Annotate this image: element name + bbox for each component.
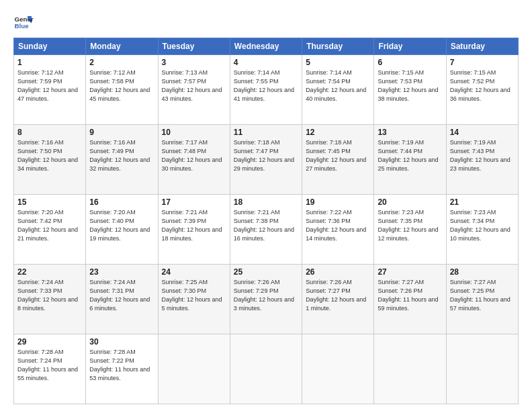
col-wednesday: Wednesday <box>230 38 302 55</box>
col-sunday: Sunday <box>14 38 86 55</box>
day-info: Sunrise: 7:22 AM Sunset: 7:36 PM Dayligh… <box>306 208 370 243</box>
day-number: 13 <box>378 128 442 137</box>
svg-text:Blue: Blue <box>15 22 30 30</box>
table-row <box>446 334 518 404</box>
day-info: Sunrise: 7:26 AM Sunset: 7:29 PM Dayligh… <box>234 278 298 313</box>
day-number: 27 <box>378 267 442 277</box>
table-row: 30Sunrise: 7:28 AM Sunset: 7:22 PM Dayli… <box>86 334 158 404</box>
day-info: Sunrise: 7:18 AM Sunset: 7:47 PM Dayligh… <box>234 138 298 173</box>
day-number: 28 <box>450 267 515 277</box>
calendar-row: 15Sunrise: 7:20 AM Sunset: 7:42 PM Dayli… <box>14 195 519 265</box>
day-number: 11 <box>234 128 298 137</box>
table-row: 10Sunrise: 7:17 AM Sunset: 7:48 PM Dayli… <box>158 125 230 195</box>
table-row: 8Sunrise: 7:16 AM Sunset: 7:50 PM Daylig… <box>14 125 86 195</box>
calendar-table: Sunday Monday Tuesday Wednesday Thursday… <box>13 38 519 404</box>
day-number: 3 <box>162 58 226 67</box>
day-number: 30 <box>89 337 154 347</box>
day-number: 17 <box>162 197 226 207</box>
logo-icon: General Blue <box>13 12 34 32</box>
table-row: 26Sunrise: 7:26 AM Sunset: 7:27 PM Dayli… <box>302 265 374 334</box>
day-info: Sunrise: 7:24 AM Sunset: 7:31 PM Dayligh… <box>89 278 154 313</box>
table-row: 4Sunrise: 7:14 AM Sunset: 7:55 PM Daylig… <box>230 55 302 125</box>
day-info: Sunrise: 7:18 AM Sunset: 7:45 PM Dayligh… <box>306 138 370 173</box>
day-number: 12 <box>306 128 370 137</box>
day-number: 25 <box>234 267 298 277</box>
table-row: 18Sunrise: 7:21 AM Sunset: 7:38 PM Dayli… <box>230 195 302 265</box>
day-info: Sunrise: 7:27 AM Sunset: 7:25 PM Dayligh… <box>450 278 515 313</box>
day-info: Sunrise: 7:15 AM Sunset: 7:52 PM Dayligh… <box>450 68 515 103</box>
day-number: 23 <box>89 267 154 277</box>
table-row: 5Sunrise: 7:14 AM Sunset: 7:54 PM Daylig… <box>302 55 374 125</box>
calendar-row: 22Sunrise: 7:24 AM Sunset: 7:33 PM Dayli… <box>14 265 519 334</box>
day-info: Sunrise: 7:26 AM Sunset: 7:27 PM Dayligh… <box>306 278 370 313</box>
header: General Blue <box>13 12 519 32</box>
table-row: 13Sunrise: 7:19 AM Sunset: 7:44 PM Dayli… <box>374 125 446 195</box>
day-info: Sunrise: 7:16 AM Sunset: 7:50 PM Dayligh… <box>17 138 82 173</box>
table-row: 17Sunrise: 7:21 AM Sunset: 7:39 PM Dayli… <box>158 195 230 265</box>
day-info: Sunrise: 7:20 AM Sunset: 7:40 PM Dayligh… <box>89 208 154 243</box>
day-number: 16 <box>89 197 154 207</box>
calendar-row: 8Sunrise: 7:16 AM Sunset: 7:50 PM Daylig… <box>14 125 519 195</box>
table-row: 1Sunrise: 7:12 AM Sunset: 7:59 PM Daylig… <box>14 55 86 125</box>
day-number: 2 <box>89 58 154 67</box>
calendar-header-row: Sunday Monday Tuesday Wednesday Thursday… <box>14 38 519 55</box>
day-info: Sunrise: 7:28 AM Sunset: 7:22 PM Dayligh… <box>89 348 154 383</box>
day-number: 22 <box>17 267 82 277</box>
table-row: 12Sunrise: 7:18 AM Sunset: 7:45 PM Dayli… <box>302 125 374 195</box>
day-info: Sunrise: 7:23 AM Sunset: 7:35 PM Dayligh… <box>378 208 442 243</box>
day-number: 15 <box>17 197 82 207</box>
day-info: Sunrise: 7:15 AM Sunset: 7:53 PM Dayligh… <box>378 68 442 103</box>
day-number: 19 <box>306 197 370 207</box>
day-number: 24 <box>162 267 226 277</box>
table-row: 25Sunrise: 7:26 AM Sunset: 7:29 PM Dayli… <box>230 265 302 334</box>
day-number: 10 <box>162 128 226 137</box>
day-number: 21 <box>450 197 515 207</box>
day-info: Sunrise: 7:25 AM Sunset: 7:30 PM Dayligh… <box>162 278 226 313</box>
day-number: 6 <box>378 58 442 67</box>
day-info: Sunrise: 7:24 AM Sunset: 7:33 PM Dayligh… <box>17 278 82 313</box>
table-row <box>230 334 302 404</box>
table-row: 22Sunrise: 7:24 AM Sunset: 7:33 PM Dayli… <box>14 265 86 334</box>
table-row <box>374 334 446 404</box>
table-row <box>158 334 230 404</box>
table-row: 23Sunrise: 7:24 AM Sunset: 7:31 PM Dayli… <box>86 265 158 334</box>
col-tuesday: Tuesday <box>158 38 230 55</box>
day-info: Sunrise: 7:20 AM Sunset: 7:42 PM Dayligh… <box>17 208 82 243</box>
table-row: 29Sunrise: 7:28 AM Sunset: 7:24 PM Dayli… <box>14 334 86 404</box>
day-number: 7 <box>450 58 515 67</box>
table-row: 20Sunrise: 7:23 AM Sunset: 7:35 PM Dayli… <box>374 195 446 265</box>
table-row: 15Sunrise: 7:20 AM Sunset: 7:42 PM Dayli… <box>14 195 86 265</box>
day-info: Sunrise: 7:19 AM Sunset: 7:43 PM Dayligh… <box>450 138 515 173</box>
day-info: Sunrise: 7:12 AM Sunset: 7:58 PM Dayligh… <box>89 68 154 103</box>
day-number: 9 <box>89 128 154 137</box>
table-row: 27Sunrise: 7:27 AM Sunset: 7:26 PM Dayli… <box>374 265 446 334</box>
table-row: 7Sunrise: 7:15 AM Sunset: 7:52 PM Daylig… <box>446 55 518 125</box>
day-info: Sunrise: 7:16 AM Sunset: 7:49 PM Dayligh… <box>89 138 154 173</box>
day-info: Sunrise: 7:14 AM Sunset: 7:55 PM Dayligh… <box>234 68 298 103</box>
table-row <box>302 334 374 404</box>
day-number: 8 <box>17 128 82 137</box>
day-number: 14 <box>450 128 515 137</box>
table-row: 3Sunrise: 7:13 AM Sunset: 7:57 PM Daylig… <box>158 55 230 125</box>
day-number: 26 <box>306 267 370 277</box>
day-info: Sunrise: 7:13 AM Sunset: 7:57 PM Dayligh… <box>162 68 226 103</box>
table-row: 9Sunrise: 7:16 AM Sunset: 7:49 PM Daylig… <box>86 125 158 195</box>
day-info: Sunrise: 7:21 AM Sunset: 7:38 PM Dayligh… <box>234 208 298 243</box>
col-thursday: Thursday <box>302 38 374 55</box>
col-monday: Monday <box>86 38 158 55</box>
col-saturday: Saturday <box>446 38 518 55</box>
table-row: 14Sunrise: 7:19 AM Sunset: 7:43 PM Dayli… <box>446 125 518 195</box>
calendar-row: 29Sunrise: 7:28 AM Sunset: 7:24 PM Dayli… <box>14 334 519 404</box>
day-number: 20 <box>378 197 442 207</box>
calendar-page: General Blue Sunday Monday Tuesday Wedne… <box>0 0 532 411</box>
day-info: Sunrise: 7:23 AM Sunset: 7:34 PM Dayligh… <box>450 208 515 243</box>
calendar-row: 1Sunrise: 7:12 AM Sunset: 7:59 PM Daylig… <box>14 55 519 125</box>
table-row: 2Sunrise: 7:12 AM Sunset: 7:58 PM Daylig… <box>86 55 158 125</box>
table-row: 6Sunrise: 7:15 AM Sunset: 7:53 PM Daylig… <box>374 55 446 125</box>
table-row: 24Sunrise: 7:25 AM Sunset: 7:30 PM Dayli… <box>158 265 230 334</box>
day-number: 1 <box>17 58 82 67</box>
table-row: 21Sunrise: 7:23 AM Sunset: 7:34 PM Dayli… <box>446 195 518 265</box>
day-info: Sunrise: 7:12 AM Sunset: 7:59 PM Dayligh… <box>17 68 82 103</box>
day-info: Sunrise: 7:14 AM Sunset: 7:54 PM Dayligh… <box>306 68 370 103</box>
day-info: Sunrise: 7:21 AM Sunset: 7:39 PM Dayligh… <box>162 208 226 243</box>
